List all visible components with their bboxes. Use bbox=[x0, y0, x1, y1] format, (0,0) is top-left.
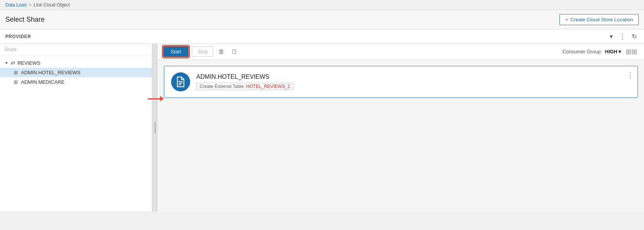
more-icon: ⋮ bbox=[619, 32, 626, 41]
grid-view-button[interactable]: ⊞⊞ bbox=[624, 47, 639, 57]
card-badge-label: Create External Table: bbox=[200, 84, 245, 89]
chevron-down-icon: ▾ bbox=[610, 33, 613, 40]
file-icon: 🗋 bbox=[231, 48, 237, 55]
share-search-placeholder: Share bbox=[5, 47, 17, 52]
breadcrumb-separator: > bbox=[29, 2, 31, 8]
provider-refresh-button[interactable]: ↻ bbox=[630, 32, 639, 41]
toolbar: Start Stop 🗑 🗋 Consumer Group: HIGH ▾ ⊞⊞ bbox=[158, 44, 644, 60]
consumer-group-dropdown[interactable]: HIGH ▾ bbox=[605, 49, 622, 54]
red-arrow-indicator bbox=[148, 96, 164, 101]
plus-icon: + bbox=[565, 17, 568, 22]
file-button[interactable]: 🗋 bbox=[229, 47, 239, 56]
tree-item-label-0: ADMIN.HOTEL_REVIEWS bbox=[21, 70, 80, 75]
cards-area: ADMIN.HOTEL_REVIEWS Create External Tabl… bbox=[158, 60, 644, 211]
right-panel: Start Stop 🗑 🗋 Consumer Group: HIGH ▾ ⊞⊞ bbox=[158, 44, 644, 211]
tree-item-medicare[interactable]: ⊞ ADMIN.MEDICARE bbox=[0, 77, 152, 87]
consumer-group-chevron: ▾ bbox=[618, 49, 621, 54]
page-title: Select Share bbox=[5, 16, 45, 24]
start-button[interactable]: Start bbox=[163, 46, 189, 57]
refresh-icon: ↻ bbox=[632, 33, 637, 40]
card-title: ADMIN.HOTEL_REVIEWS bbox=[196, 73, 631, 80]
delete-icon: 🗑 bbox=[218, 48, 224, 55]
red-arrow-line bbox=[148, 98, 160, 99]
provider-dropdown-button[interactable]: ▾ bbox=[608, 32, 615, 41]
tree-item-label-1: ADMIN.MEDICARE bbox=[21, 79, 64, 85]
consumer-group-value: HIGH bbox=[605, 49, 618, 54]
stop-button: Stop bbox=[192, 46, 213, 57]
card-menu-button[interactable]: ⋮ bbox=[627, 71, 634, 79]
page-header: Select Share + Create Cloud Store Locati… bbox=[0, 10, 644, 29]
breadcrumb-parent[interactable]: Data Load bbox=[5, 2, 26, 8]
main-content: Share ▼ ⇄ REVIEWS ⊞ ADMIN.HOTEL_REVIEWS … bbox=[0, 44, 644, 211]
provider-more-button[interactable]: ⋮ bbox=[617, 32, 628, 42]
splitter-handle bbox=[154, 122, 156, 133]
document-icon bbox=[176, 76, 186, 88]
card-badge-value: HOTEL_REVIEWS_2 bbox=[246, 84, 290, 89]
tree-area: ▼ ⇄ REVIEWS ⊞ ADMIN.HOTEL_REVIEWS ⊞ ADMI… bbox=[0, 56, 152, 211]
card-body: ADMIN.HOTEL_REVIEWS Create External Tabl… bbox=[196, 73, 631, 90]
table-icon-0: ⊞ bbox=[14, 70, 18, 75]
breadcrumb: Data Load > Link Cloud Object bbox=[0, 0, 644, 10]
table-icon-1: ⊞ bbox=[14, 79, 18, 85]
delete-button[interactable]: 🗑 bbox=[216, 47, 226, 56]
tree-group: ▼ ⇄ REVIEWS ⊞ ADMIN.HOTEL_REVIEWS ⊞ ADMI… bbox=[0, 56, 152, 89]
card-badge: Create External Table: HOTEL_REVIEWS_2 bbox=[196, 83, 293, 90]
grid-icon: ⊞⊞ bbox=[626, 48, 637, 56]
create-btn-label: Create Cloud Store Location bbox=[570, 17, 633, 22]
tree-group-label: REVIEWS bbox=[18, 60, 40, 66]
left-panel: Share ▼ ⇄ REVIEWS ⊞ ADMIN.HOTEL_REVIEWS … bbox=[0, 44, 152, 211]
data-card-hotel-reviews: ADMIN.HOTEL_REVIEWS Create External Tabl… bbox=[164, 66, 638, 98]
card-menu-icon: ⋮ bbox=[627, 71, 634, 79]
share-icon: ⇄ bbox=[11, 60, 15, 66]
card-icon-circle bbox=[171, 72, 190, 91]
tree-item-hotel-reviews[interactable]: ⊞ ADMIN.HOTEL_REVIEWS bbox=[0, 68, 152, 77]
panel-splitter[interactable] bbox=[152, 44, 158, 211]
create-cloud-store-location-button[interactable]: + Create Cloud Store Location bbox=[559, 14, 639, 25]
provider-bar: PROVIDER ▾ ⋮ ↻ bbox=[0, 29, 644, 44]
consumer-group-label: Consumer Group: bbox=[562, 49, 602, 54]
red-arrow-head bbox=[160, 96, 164, 101]
provider-label: PROVIDER bbox=[5, 34, 605, 39]
breadcrumb-current: Link Cloud Object bbox=[34, 2, 70, 8]
tree-group-header[interactable]: ▼ ⇄ REVIEWS bbox=[0, 58, 152, 68]
tree-chevron-icon: ▼ bbox=[5, 61, 8, 65]
left-panel-header: Share bbox=[0, 44, 152, 56]
provider-actions: ▾ ⋮ ↻ bbox=[608, 32, 639, 42]
